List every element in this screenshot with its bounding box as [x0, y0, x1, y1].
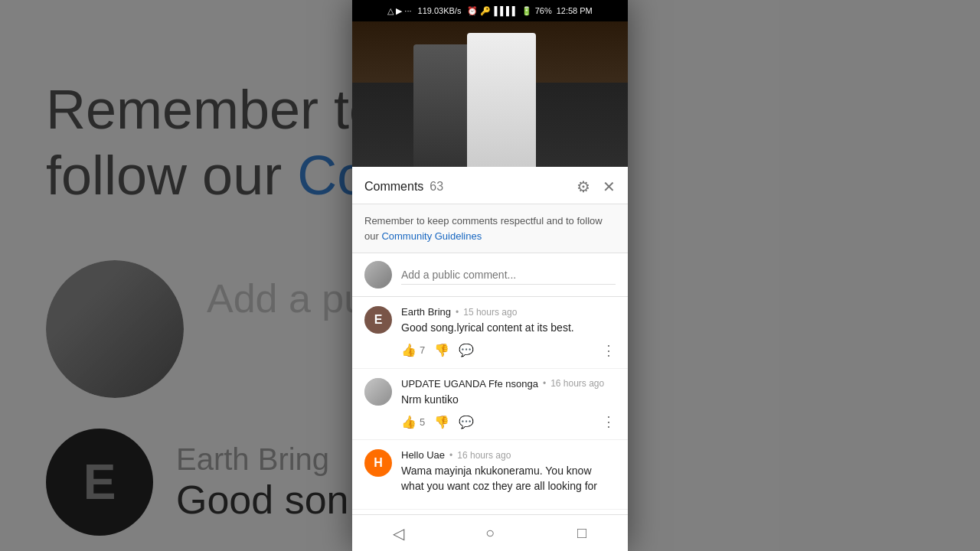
comments-title: Comments	[364, 180, 423, 194]
battery-percent: 76%	[535, 6, 552, 15]
comment-time-2: •	[543, 378, 546, 389]
user-avatar	[364, 261, 392, 289]
like-btn-2[interactable]: 👍 5	[401, 415, 425, 429]
comment-author-line-3: Hello Uae • 16 hours ago	[401, 449, 616, 461]
comment-author-1: Earth Bring	[401, 306, 451, 318]
add-comment-input[interactable]	[401, 266, 616, 285]
comment-body-3: Hello Uae • 16 hours ago Wama mayinja nk…	[401, 449, 616, 500]
recents-icon: □	[577, 524, 586, 542]
comment-item-2: UPDATE UGANDA Ffe nsonga • 16 hours ago …	[352, 369, 628, 441]
comments-header: Comments 63 ⚙ ✕	[352, 167, 628, 204]
user-avatar-inner	[364, 261, 392, 289]
comment-author-2: UPDATE UGANDA Ffe nsonga	[401, 378, 538, 390]
comment-time-1: •	[456, 307, 459, 318]
add-comment-row	[352, 253, 628, 297]
thumb-down-icon-1: 👎	[434, 343, 449, 357]
like-btn-1[interactable]: 👍 7	[401, 343, 425, 357]
home-button[interactable]: ○	[475, 518, 505, 549]
guidelines-banner: Remember to keep comments respectful and…	[352, 204, 628, 253]
time: 12:58 PM	[557, 6, 593, 15]
comments-count: 63	[430, 180, 443, 194]
thumb-up-icon-2: 👍	[401, 415, 416, 429]
person-dark	[413, 44, 475, 167]
comment-avatar-hello: H	[364, 449, 392, 477]
dislike-btn-1[interactable]: 👎	[434, 343, 449, 357]
data-speed: 119.03KB/s	[418, 6, 462, 15]
back-icon: ◁	[393, 524, 404, 543]
person-white	[467, 33, 536, 167]
battery-icon: 🔋	[521, 6, 532, 16]
comment-timestamp-3: 16 hours ago	[457, 450, 511, 461]
nav-bar: ◁ ○ □	[352, 514, 628, 551]
comment-avatar-earth: E	[364, 306, 392, 334]
close-icon[interactable]: ✕	[603, 178, 616, 196]
thumb-down-icon-2: 👎	[434, 415, 449, 429]
phone-overlay: △ ▶ ··· 119.03KB/s ⏰ 🔑 ▌▌▌▌ 🔋 76% 12:58 …	[352, 0, 628, 551]
comment-body-1: Earth Bring • 15 hours ago Good song.lyr…	[401, 306, 616, 359]
comments-panel: Comments 63 ⚙ ✕ Remember to keep comment…	[352, 167, 628, 514]
comment-text-2: Nrm kuntiko	[401, 393, 616, 408]
comment-author-line-2: UPDATE UGANDA Ffe nsonga • 16 hours ago	[401, 378, 616, 390]
comment-text-1: Good song.lyrical content at its best.	[401, 321, 616, 336]
comment-text-3: Wama mayinja nkukoneramu. You know what …	[401, 464, 616, 494]
community-guidelines-link[interactable]: Community Guidelines	[381, 230, 482, 242]
comment-timestamp-1: 15 hours ago	[463, 307, 517, 318]
comment-body-2: UPDATE UGANDA Ffe nsonga • 16 hours ago …	[401, 378, 616, 431]
video-area	[352, 21, 628, 167]
comment-item: E Earth Bring • 15 hours ago Good song.l…	[352, 297, 628, 369]
comments-header-icons: ⚙ ✕	[577, 178, 616, 196]
back-button[interactable]: ◁	[383, 518, 413, 549]
dislike-btn-2[interactable]: 👎	[434, 415, 449, 429]
recents-button[interactable]: □	[567, 518, 597, 549]
more-icon-2[interactable]: ⋮	[602, 413, 616, 430]
comment-item-3: H Hello Uae • 16 hours ago Wama mayinja …	[352, 440, 628, 510]
video-people	[352, 21, 628, 167]
comment-actions-2: 👍 5 👎 💬 ⋮	[401, 413, 616, 430]
more-icon-1[interactable]: ⋮	[602, 342, 616, 359]
comment-author-line-1: Earth Bring • 15 hours ago	[401, 306, 616, 318]
guidelines-text: Remember to keep comments respectful and…	[364, 215, 603, 242]
avatar-letter-h: H	[374, 456, 383, 470]
comment-avatar-uganda	[364, 378, 392, 406]
comment-timestamp-2: 16 hours ago	[550, 378, 604, 389]
side-overlay-left	[0, 0, 352, 551]
reply-btn-2[interactable]: 💬	[459, 415, 474, 429]
status-icons: ⏰ 🔑	[467, 6, 491, 16]
reply-icon-1: 💬	[459, 343, 474, 357]
u-avatar-person	[364, 378, 392, 406]
signal-icons: ▌▌▌▌	[494, 6, 518, 15]
comment-author-3: Hello Uae	[401, 449, 445, 461]
filter-icon[interactable]: ⚙	[577, 178, 590, 196]
home-icon: ○	[485, 524, 495, 542]
like-count-1: 7	[420, 344, 425, 356]
status-bar: △ ▶ ··· 119.03KB/s ⏰ 🔑 ▌▌▌▌ 🔋 76% 12:58 …	[352, 0, 628, 21]
reply-btn-1[interactable]: 💬	[459, 343, 474, 357]
avatar-letter-e: E	[374, 313, 383, 327]
side-overlay-right	[628, 0, 980, 551]
reply-icon-2: 💬	[459, 415, 474, 429]
comment-time-3: •	[449, 450, 452, 461]
comment-actions-1: 👍 7 👎 💬 ⋮	[401, 342, 616, 359]
notification-icons: △ ▶ ···	[387, 6, 411, 16]
thumb-up-icon-1: 👍	[401, 343, 416, 357]
like-count-2: 5	[420, 416, 425, 428]
